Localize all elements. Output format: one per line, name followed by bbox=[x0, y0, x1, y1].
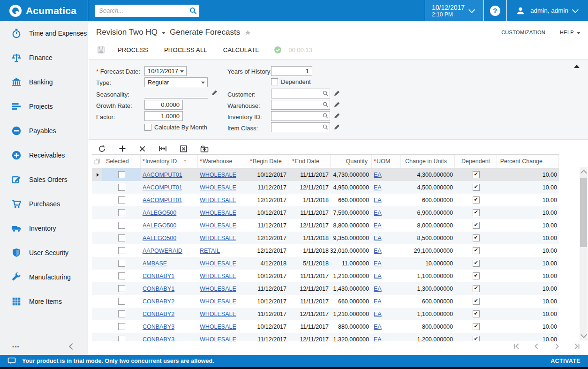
uom-cell[interactable]: EA bbox=[372, 244, 401, 257]
table-row[interactable]: AACOMPUT01 WHOLESALE 11/12/2017 12/11/20… bbox=[92, 181, 559, 194]
uom-cell[interactable]: EA bbox=[372, 206, 401, 219]
row-select-checkbox[interactable] bbox=[118, 336, 125, 341]
dependent-cell[interactable] bbox=[455, 308, 497, 320]
app-logo[interactable]: Acumatica bbox=[0, 0, 88, 21]
load-records-button[interactable] bbox=[200, 145, 209, 153]
dependent-checkbox[interactable] bbox=[473, 285, 480, 292]
first-page-button[interactable] bbox=[513, 343, 520, 350]
favorite-star-icon[interactable] bbox=[244, 28, 251, 37]
inventory-id-link[interactable]: AALEGO500 bbox=[143, 222, 176, 229]
uom-cell[interactable]: EA bbox=[372, 282, 401, 295]
inventory-id-cell[interactable]: AACOMPUT01 bbox=[141, 194, 198, 206]
dependent-cell[interactable] bbox=[455, 320, 497, 333]
row-selected-cell[interactable] bbox=[102, 194, 141, 206]
uom-link[interactable]: EA bbox=[374, 286, 382, 292]
add-row-button[interactable] bbox=[119, 145, 126, 152]
warehouse-cell[interactable]: WHOLESALE bbox=[198, 219, 246, 232]
uom-cell[interactable]: EA bbox=[372, 295, 401, 308]
inventory-id-cell[interactable]: CONBABY2 bbox=[141, 295, 198, 308]
column-header-quantity[interactable]: Quantity bbox=[331, 155, 372, 168]
warehouse-cell[interactable]: WHOLESALE bbox=[198, 181, 246, 194]
warehouse-link[interactable]: WHOLESALE bbox=[200, 210, 236, 216]
column-header-warehouse[interactable]: Warehouse bbox=[198, 155, 246, 168]
dependent-checkbox[interactable] bbox=[473, 222, 480, 229]
table-row[interactable]: CONBABY2 WHOLESALE 11/12/2017 12/11/2017… bbox=[92, 308, 559, 320]
warehouse-link[interactable]: WHOLESALE bbox=[200, 311, 236, 317]
uom-cell[interactable]: EA bbox=[372, 194, 401, 206]
uom-link[interactable]: EA bbox=[374, 260, 382, 267]
row-select-checkbox[interactable] bbox=[118, 209, 125, 216]
dependent-cell[interactable] bbox=[455, 295, 497, 308]
dependent-cell[interactable] bbox=[455, 181, 497, 194]
table-row[interactable]: AACOMPUT01 WHOLESALE 12/12/2017 1/11/201… bbox=[92, 194, 559, 206]
uom-link[interactable]: EA bbox=[374, 235, 382, 241]
row-select-checkbox[interactable] bbox=[118, 171, 125, 178]
activate-button[interactable]: ACTIVATE bbox=[550, 358, 580, 364]
customization-menu[interactable]: CUSTOMIZATION bbox=[501, 30, 545, 35]
inventory-id-link[interactable]: AACOMPUT01 bbox=[143, 197, 182, 203]
row-selected-cell[interactable] bbox=[102, 257, 141, 270]
edit-pencil-icon[interactable] bbox=[334, 113, 340, 119]
global-search[interactable] bbox=[95, 5, 199, 17]
row-selected-cell[interactable] bbox=[102, 333, 141, 341]
uom-cell[interactable]: EA bbox=[372, 219, 401, 232]
dependent-checkbox[interactable] bbox=[473, 209, 480, 216]
warehouse-link[interactable]: WHOLESALE bbox=[200, 336, 236, 342]
search-input[interactable] bbox=[95, 5, 199, 17]
column-header-percent-change[interactable]: Percent Change bbox=[497, 155, 559, 168]
inventory-id-cell[interactable]: CONBABY2 bbox=[141, 308, 198, 320]
dependent-cell[interactable] bbox=[455, 194, 497, 206]
dependent-cell[interactable] bbox=[455, 219, 497, 232]
inventory-id-link[interactable]: CONBABY1 bbox=[143, 286, 174, 292]
warehouse-cell[interactable]: WHOLESALE bbox=[198, 194, 246, 206]
warehouse-cell[interactable]: WHOLESALE bbox=[198, 270, 246, 282]
magnifier-icon[interactable] bbox=[323, 102, 328, 107]
sidebar-item-finance[interactable]: Finance bbox=[0, 45, 88, 70]
warehouse-link[interactable]: WHOLESALE bbox=[200, 197, 236, 203]
edit-pencil-icon[interactable] bbox=[334, 90, 340, 96]
delete-row-button[interactable] bbox=[139, 145, 146, 152]
warehouse-cell[interactable]: WHOLESALE bbox=[198, 282, 246, 295]
grid-vertical-scrollbar[interactable] bbox=[580, 167, 588, 340]
process-all-button[interactable]: PROCESS ALL bbox=[156, 46, 215, 53]
table-row[interactable]: CONBABY2 WHOLESALE 10/12/2017 11/11/2017… bbox=[92, 295, 559, 308]
row-selected-cell[interactable] bbox=[102, 320, 141, 333]
uom-cell[interactable]: EA bbox=[372, 181, 401, 194]
uom-cell[interactable]: EA bbox=[372, 333, 401, 341]
scrollbar-thumb[interactable] bbox=[580, 178, 587, 247]
row-selected-cell[interactable] bbox=[102, 219, 141, 232]
magnifier-icon[interactable] bbox=[323, 124, 328, 130]
row-select-checkbox[interactable] bbox=[118, 298, 125, 305]
business-date-selector[interactable]: 10/12/2017 2:10 PM bbox=[425, 0, 484, 21]
row-select-checkbox[interactable] bbox=[118, 184, 125, 191]
uom-link[interactable]: EA bbox=[374, 324, 382, 330]
inventory-id-cell[interactable]: AAPOWERAID bbox=[141, 244, 198, 257]
warehouse-link[interactable]: WHOLESALE bbox=[200, 235, 236, 241]
inventory-id-lookup[interactable] bbox=[271, 111, 330, 121]
warehouse-link[interactable]: WHOLESALE bbox=[200, 260, 236, 267]
scroll-up-arrow-icon[interactable] bbox=[580, 170, 587, 176]
warehouse-link[interactable]: WHOLESALE bbox=[200, 324, 236, 330]
uom-cell[interactable]: EA bbox=[372, 320, 401, 333]
row-selected-cell[interactable] bbox=[102, 308, 141, 320]
row-selected-cell[interactable] bbox=[102, 295, 141, 308]
magnifier-icon[interactable] bbox=[323, 113, 328, 119]
search-icon[interactable] bbox=[189, 7, 197, 15]
table-row[interactable]: AACOMPUT01 WHOLESALE 10/12/2017 11/11/20… bbox=[92, 168, 559, 181]
inventory-id-cell[interactable]: CONBABY1 bbox=[141, 270, 198, 282]
warehouse-lookup[interactable] bbox=[271, 100, 330, 110]
uom-cell[interactable]: EA bbox=[372, 270, 401, 282]
dependent-checkbox[interactable] bbox=[473, 196, 480, 203]
dependent-checkbox[interactable] bbox=[473, 184, 480, 191]
previous-page-button[interactable] bbox=[533, 343, 540, 350]
warehouse-link[interactable]: WHOLESALE bbox=[200, 222, 236, 229]
inventory-id-link[interactable]: AALEGO500 bbox=[143, 235, 176, 241]
dependent-cell[interactable] bbox=[455, 257, 497, 270]
notes-column-header[interactable] bbox=[92, 155, 102, 168]
checkbox-icon[interactable] bbox=[144, 124, 151, 131]
warehouse-cell[interactable]: WHOLESALE bbox=[198, 295, 246, 308]
help-button[interactable]: ? bbox=[484, 0, 507, 21]
help-menu[interactable]: HELP bbox=[560, 30, 580, 35]
column-header-dependent[interactable]: Dependent bbox=[455, 155, 497, 168]
dependent-checkbox[interactable] bbox=[473, 336, 480, 341]
